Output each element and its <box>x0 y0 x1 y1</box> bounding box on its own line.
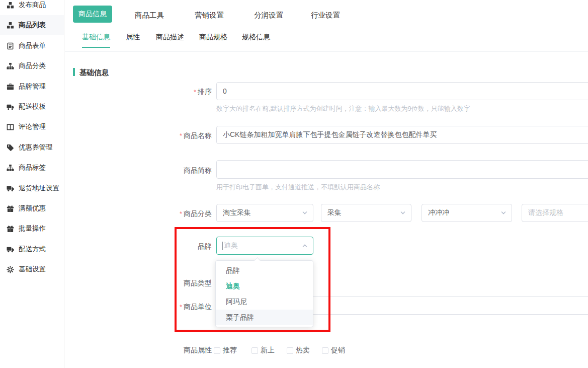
brand-label: 品牌 <box>111 242 212 251</box>
category-select-level1[interactable]: 淘宝采集 <box>216 204 313 222</box>
brand-option-pinpai[interactable]: 品牌 <box>216 263 313 278</box>
checkbox-icon <box>322 347 328 354</box>
short-name-input[interactable] <box>216 160 588 179</box>
required-asterisk: * <box>180 210 182 217</box>
brand-dropdown: 品牌 迪奥 阿玛尼 栗子品牌 <box>215 260 313 327</box>
sidebar-item-label: 商品表单 <box>19 41 46 50</box>
sidebar-item-delivery-template[interactable]: 配送模板 <box>0 97 64 117</box>
truck-icon <box>7 246 14 253</box>
required-asterisk: * <box>194 88 196 96</box>
checkbox-new[interactable]: 新上 <box>251 346 275 355</box>
sidebar-item-label: 基础设置 <box>19 265 46 274</box>
sort-input[interactable] <box>216 82 588 100</box>
sidebar-item-delivery-method[interactable]: 配送方式 <box>0 239 64 259</box>
category-select-level2[interactable]: 采集 <box>321 204 411 222</box>
section-title: 基础信息 <box>79 68 109 78</box>
sidebar-item-label: 商品标签 <box>19 163 46 172</box>
subtab-spec-info[interactable]: 规格信息 <box>242 33 270 47</box>
sidebar-item-coupon-manage[interactable]: 优惠券管理 <box>0 137 64 158</box>
attributes-label: 商品属性 <box>111 346 212 355</box>
required-asterisk: * <box>180 303 182 311</box>
sidebar-item-label: 品牌管理 <box>19 82 46 91</box>
sidebar-item-product-tag[interactable]: 商品标签 <box>0 158 64 178</box>
sitemap-icon <box>7 62 14 70</box>
sidebar-item-product-category[interactable]: 商品分类 <box>0 56 64 76</box>
sidebar-item-label: 配送方式 <box>19 245 46 254</box>
brand-select-placeholder: 迪奥 <box>224 241 302 250</box>
checkbox-label: 促销 <box>331 346 345 355</box>
sidebar-item-brand-manage[interactable]: 品牌管理 <box>0 77 64 97</box>
chevron-down-icon <box>400 210 406 216</box>
sort-label: *排序 <box>111 88 212 97</box>
sidebar-item-label: 配送模板 <box>19 102 46 111</box>
select-value: 采集 <box>327 208 342 217</box>
subtab-attributes[interactable]: 属性 <box>126 33 140 47</box>
file-icon <box>7 42 14 50</box>
chevron-down-icon <box>500 210 507 216</box>
select-value: 淘宝采集 <box>223 208 251 217</box>
sidebar-item-label: 发布商品 <box>19 1 46 10</box>
sidebar-item-label: 退货地址设置 <box>19 184 59 193</box>
sidebar-item-publish-product[interactable]: 发布商品 <box>0 0 64 15</box>
category-select-level3[interactable]: 冲冲冲 <box>422 204 512 222</box>
sidebar-item-return-address[interactable]: 退货地址设置 <box>0 178 64 198</box>
brand-option-dior[interactable]: 迪奥 <box>216 278 313 294</box>
checkbox-label: 热卖 <box>296 346 310 355</box>
product-type-label: 商品类型 <box>111 279 212 288</box>
tab-profit-settings[interactable]: 分润设置 <box>254 11 283 20</box>
divider <box>65 51 588 52</box>
subtab-product-description[interactable]: 商品描述 <box>156 33 184 47</box>
tab-product-info[interactable]: 商品信息 <box>73 6 112 23</box>
tab-industry-settings[interactable]: 行业设置 <box>311 11 340 20</box>
brand-select[interactable]: 迪奥 <box>216 237 313 255</box>
tag-icon <box>7 144 14 152</box>
gift-icon <box>7 225 14 233</box>
checkbox-label: 推荐 <box>223 346 237 355</box>
category-select-spec[interactable]: 请选择规格 <box>522 204 588 222</box>
unit-label: *商品单位 <box>111 303 212 312</box>
gift-icon <box>7 205 14 212</box>
category-label: *商品分类 <box>111 209 212 218</box>
sidebar-item-batch-operation[interactable]: 批量操作 <box>0 218 64 239</box>
sitemap-icon <box>7 164 14 172</box>
short-name-label: 商品简称 <box>111 166 212 175</box>
sidebar-item-full-discount[interactable]: 满额优惠 <box>0 198 64 218</box>
tab-label: 商品信息 <box>78 10 107 19</box>
sidebar-item-basic-setting[interactable]: 基础设置 <box>0 259 64 279</box>
sidebar-item-label: 评论管理 <box>19 122 46 131</box>
select-placeholder: 请选择规格 <box>528 208 563 217</box>
sidebar-item-label: 批量操作 <box>19 224 46 233</box>
tab-marketing-settings[interactable]: 营销设置 <box>195 11 224 20</box>
sidebar-item-label: 商品列表 <box>19 21 46 30</box>
sidebar-item-product-list[interactable]: 商品列表 <box>0 15 64 35</box>
subtab-basic-info[interactable]: 基础信息 <box>82 33 110 48</box>
product-name-input[interactable] <box>216 126 588 144</box>
subtab-product-spec[interactable]: 商品规格 <box>199 33 227 47</box>
sidebar-item-product-form[interactable]: 商品表单 <box>0 36 64 56</box>
sidebar: 发布商品 商品列表 商品表单 商品分类 品牌管理 配送模板 评论管理 优惠券管理… <box>0 0 64 368</box>
sidebar-item-label: 满额优惠 <box>19 204 46 213</box>
short-name-helper-text: 用于打印电子面单，支付通道推送，不填默认用商品名称 <box>216 183 380 192</box>
cubes-icon <box>7 22 14 29</box>
gear-icon <box>7 266 14 273</box>
checkbox-promotion[interactable]: 促销 <box>322 346 345 355</box>
brand-option-armani[interactable]: 阿玛尼 <box>216 294 313 310</box>
sidebar-item-comment-manage[interactable]: 评论管理 <box>0 117 64 137</box>
truck-icon <box>7 103 14 111</box>
required-asterisk: * <box>180 132 182 139</box>
tab-product-tools[interactable]: 商品工具 <box>135 11 164 20</box>
truck-icon <box>7 185 14 192</box>
checkbox-hot[interactable]: 热卖 <box>287 346 310 355</box>
checkbox-recommend[interactable]: 推荐 <box>214 346 237 355</box>
chevron-down-icon <box>302 210 308 216</box>
section-accent-bar <box>73 68 75 76</box>
checkbox-label: 新上 <box>261 346 275 355</box>
checkbox-icon <box>214 347 220 354</box>
checkbox-icon <box>287 347 293 354</box>
columns-icon <box>7 123 14 131</box>
text-cursor <box>222 242 223 250</box>
product-name-label: *商品名称 <box>111 131 212 140</box>
select-value: 冲冲冲 <box>428 208 449 217</box>
brand-option-lizi[interactable]: 栗子品牌 <box>216 310 313 325</box>
chevron-up-icon <box>302 243 308 249</box>
